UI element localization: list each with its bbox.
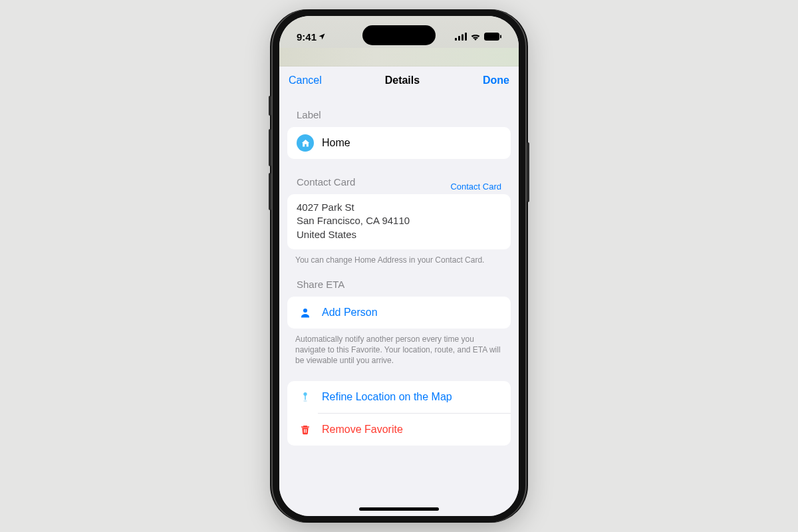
trash-icon [297,421,314,438]
contact-card-link[interactable]: Contact Card [450,182,501,192]
refine-location-label: Refine Location on the Map [322,391,452,403]
svg-rect-5 [500,35,501,39]
status-time: 9:41 [297,31,317,43]
refine-location-row[interactable]: Refine Location on the Map [287,381,511,413]
cellular-signal-icon [455,33,467,41]
sheet-header: Cancel Details Done [279,66,519,94]
svg-rect-2 [462,35,464,41]
add-person-row[interactable]: Add Person [287,297,511,329]
svg-rect-1 [458,36,460,41]
add-person-label: Add Person [322,307,378,319]
battery-icon [484,33,501,41]
details-sheet: Cancel Details Done Label Home Contact C… [279,66,519,516]
remove-favorite-row[interactable]: Remove Favorite [287,414,511,446]
address-line: San Francisco, CA 94110 [297,214,501,227]
section-header-share-eta: Share ETA [279,265,519,294]
side-button [269,129,271,166]
label-row[interactable]: Home [287,127,511,159]
section-header-contact: Contact Card [279,159,372,192]
address-card: 4027 Park St San Francisco, CA 94110 Uni… [287,194,511,249]
cancel-button[interactable]: Cancel [289,74,322,86]
section-header-label: Label [279,94,519,124]
screen: 9:41 Cancel Details Done Label [279,16,519,516]
svg-point-6 [303,309,307,313]
remove-favorite-label: Remove Favorite [322,424,403,436]
label-card: Home [287,127,511,159]
dynamic-island [362,25,436,45]
side-button [527,142,529,202]
actions-card: Refine Location on the Map Remove Favori… [287,381,511,446]
share-eta-card: Add Person [287,297,511,329]
wifi-icon [470,33,481,41]
svg-rect-3 [465,33,467,41]
address-line: 4027 Park St [297,201,501,214]
svg-point-9 [303,400,307,401]
home-icon [297,134,314,152]
address-block: 4027 Park St San Francisco, CA 94110 Uni… [287,194,511,249]
address-line: United States [297,228,501,241]
device-frame: 9:41 Cancel Details Done Label [273,9,525,523]
side-button [269,173,271,210]
location-arrow-icon [318,33,326,41]
side-button [269,96,271,116]
home-indicator[interactable] [359,507,439,511]
sheet-title: Details [385,74,420,86]
contact-footnote: You can change Home Address in your Cont… [279,249,519,265]
background-map-sliver [279,48,519,66]
svg-rect-0 [455,38,457,41]
svg-rect-8 [305,395,306,400]
svg-rect-4 [484,33,499,41]
label-value: Home [322,137,350,149]
share-eta-footnote: Automatically notify another person ever… [279,329,519,366]
map-pin-icon [297,388,314,406]
done-button[interactable]: Done [483,74,509,86]
person-icon [297,304,314,321]
